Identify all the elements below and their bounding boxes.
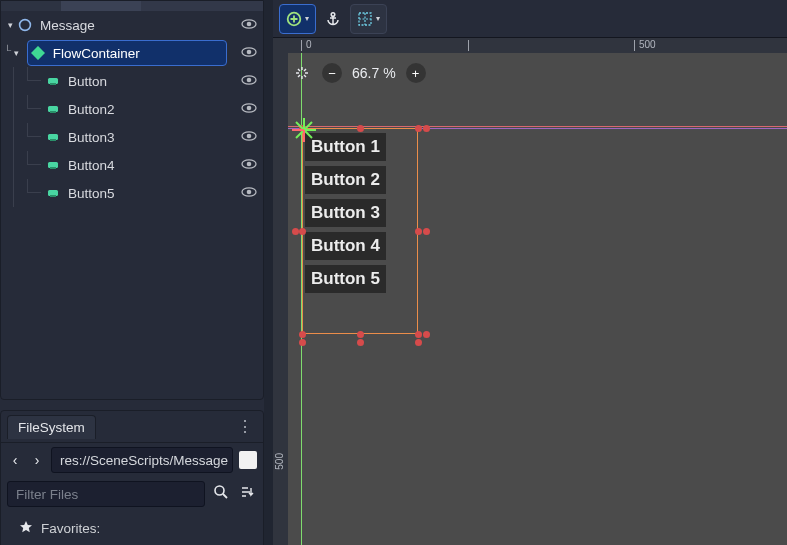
ruler-label: 500	[274, 453, 285, 470]
panel-menu-icon[interactable]: ⋮	[233, 417, 257, 436]
svg-rect-3	[31, 46, 45, 60]
control-node-icon	[17, 17, 33, 33]
viewport-toolbar: ▾ ▾	[273, 0, 787, 38]
viewport-canvas[interactable]: − 66.7 % +	[288, 53, 787, 545]
add-node-button[interactable]: ▾	[279, 4, 316, 34]
grid-snap-button[interactable]: ▾	[350, 4, 387, 34]
svg-line-27	[223, 494, 227, 498]
scene-node-flowcontainer[interactable]: └ ▾ FlowContainer	[1, 39, 263, 67]
svg-line-37	[296, 130, 304, 138]
filter-files-input[interactable]: Filter Files	[7, 481, 205, 507]
svg-point-21	[247, 161, 252, 166]
node-label: Button4	[68, 158, 235, 173]
svg-point-13	[247, 105, 252, 110]
scene-node-message[interactable]: ▾ Message	[1, 11, 263, 39]
svg-line-36	[304, 130, 312, 138]
scene-node-button[interactable]: Button	[1, 67, 263, 95]
scene-tree-panel: ▾ Message └ ▾	[0, 0, 264, 400]
star-icon	[19, 520, 33, 537]
zoom-level-label[interactable]: 66.7 %	[352, 65, 396, 81]
node-label: Button	[68, 74, 235, 89]
button-node-icon	[45, 101, 61, 117]
chevron-down-icon: ▾	[376, 14, 380, 23]
svg-point-26	[215, 486, 224, 495]
ruler-vertical: 500	[273, 53, 288, 545]
svg-line-38	[304, 122, 312, 130]
svg-rect-23	[50, 195, 56, 197]
visibility-toggle[interactable]	[235, 130, 263, 145]
scene-node-button5[interactable]: Button5	[1, 179, 263, 207]
ruler-label: 500	[639, 39, 656, 50]
node-label: Button5	[68, 186, 235, 201]
ruler-label: 0	[306, 39, 312, 50]
anchor-button[interactable]	[318, 4, 348, 34]
search-icon[interactable]	[211, 484, 231, 504]
svg-point-25	[247, 189, 252, 194]
visibility-toggle[interactable]	[235, 18, 263, 33]
svg-point-0	[20, 20, 31, 31]
scene-node-button3[interactable]: Button3	[1, 123, 263, 151]
svg-rect-19	[50, 167, 56, 169]
zoom-out-button[interactable]: −	[322, 63, 342, 83]
button-node-icon	[45, 73, 61, 89]
favorites-label: Favorites:	[41, 521, 100, 536]
node-label: FlowContainer	[53, 46, 235, 61]
selection-rect[interactable]	[302, 128, 418, 334]
node-label: Button3	[68, 130, 235, 145]
visibility-toggle[interactable]	[235, 74, 263, 89]
visibility-toggle[interactable]	[235, 46, 263, 61]
scene-node-button4[interactable]: Button4	[1, 151, 263, 179]
svg-point-5	[247, 49, 252, 54]
scene-node-button2[interactable]: Button2	[1, 95, 263, 123]
origin-gizmo	[292, 118, 316, 146]
svg-point-29	[331, 12, 335, 16]
chevron-down-icon: ▾	[305, 14, 309, 23]
flow-container-icon	[30, 45, 46, 61]
svg-rect-15	[50, 139, 56, 141]
zoom-in-button[interactable]: +	[406, 63, 426, 83]
filesystem-panel: FileSystem ⋮ ‹ › res://SceneScripts/Mess…	[0, 410, 264, 545]
view-mode-toggle[interactable]	[239, 451, 257, 469]
favorites-row[interactable]: Favorites:	[1, 511, 263, 545]
svg-point-17	[247, 133, 252, 138]
visibility-toggle[interactable]	[235, 158, 263, 173]
zoom-reset-button[interactable]	[292, 63, 312, 83]
visibility-toggle[interactable]	[235, 102, 263, 117]
node-label: Button2	[68, 102, 235, 117]
sort-icon[interactable]	[237, 484, 257, 504]
zoom-controls: − 66.7 % +	[292, 63, 426, 83]
caret-icon[interactable]: ▾	[3, 20, 17, 30]
filesystem-tab[interactable]: FileSystem	[7, 415, 96, 439]
button-node-icon	[45, 157, 61, 173]
ruler-horizontal: 0 500	[273, 38, 787, 53]
svg-rect-11	[50, 111, 56, 113]
scene-tree-tab-stub	[1, 1, 263, 11]
button-node-icon	[45, 129, 61, 145]
svg-point-9	[247, 77, 252, 82]
panel-divider[interactable]	[264, 0, 273, 545]
nav-back-button[interactable]: ‹	[7, 452, 23, 468]
button-node-icon	[45, 185, 61, 201]
svg-rect-7	[50, 83, 56, 85]
nav-forward-button[interactable]: ›	[29, 452, 45, 468]
visibility-toggle[interactable]	[235, 186, 263, 201]
svg-point-2	[247, 21, 252, 26]
path-field[interactable]: res://SceneScripts/Message	[51, 447, 233, 473]
tree-connector: └	[4, 45, 11, 56]
svg-line-35	[296, 122, 304, 130]
node-label: Message	[40, 18, 235, 33]
